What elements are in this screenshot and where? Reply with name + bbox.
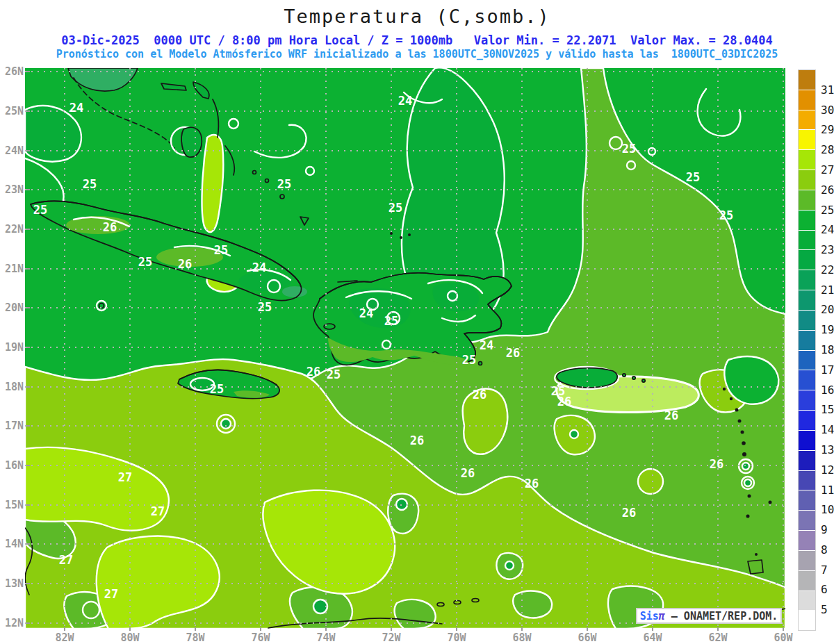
lat-label: 22N [0, 223, 24, 236]
colorbar-label: 8 [821, 543, 834, 556]
contour-label: 26 [306, 366, 320, 378]
contour-label: 25 [33, 204, 47, 216]
contour-label: 27 [104, 588, 118, 600]
contour-label: 24 [252, 262, 266, 274]
lat-label: 26N [0, 65, 24, 78]
colorbar-label: 26 [821, 183, 834, 196]
watermark: Sisπ – ONAMET/REP.DOM. [636, 608, 782, 624]
lat-label: 12N [0, 617, 24, 629]
lon-label: 82W [48, 631, 81, 644]
lat-tick [26, 465, 30, 466]
lat-label: 21N [0, 263, 24, 275]
contour-label: 27 [59, 554, 73, 566]
contour-label: 25 [719, 210, 733, 222]
contour-label: 26 [664, 410, 678, 422]
lon-tick [652, 627, 653, 631]
colorbar-label: 14 [821, 423, 834, 436]
colorbar-label: 29 [821, 123, 834, 136]
colorbar-cell [799, 70, 815, 90]
contour-label: 25 [277, 179, 291, 190]
contour-label: 26 [525, 478, 539, 490]
contour-label: 25 [83, 179, 97, 190]
lat-tick [26, 268, 30, 270]
colorbar-cell [799, 270, 815, 290]
colorbar-label: 22 [821, 263, 834, 276]
colorbar-cell [799, 471, 815, 490]
lat-label: 23N [0, 183, 24, 196]
contour-label: 26 [557, 396, 571, 408]
lon-label: 78W [179, 631, 212, 644]
contour-label: 25 [384, 315, 398, 327]
colorbar-label: 6 [821, 583, 834, 596]
lat-tick [26, 150, 30, 151]
lat-tick [26, 386, 30, 388]
lat-tick [26, 583, 30, 584]
colorbar-cell [799, 490, 815, 510]
lat-tick [26, 504, 30, 506]
watermark-brand: Sis [640, 610, 659, 622]
colorbar-cell [799, 531, 815, 550]
contour-label: 26 [410, 435, 424, 447]
contour-label: 25 [389, 202, 402, 214]
colorbar-label: 16 [821, 383, 834, 396]
lat-label: 14N [0, 538, 24, 550]
contour-label: 25 [622, 143, 636, 155]
colorbar-label: 15 [821, 403, 834, 416]
colorbar-label: 25 [821, 203, 834, 216]
colorbar-label: 30 [821, 103, 834, 116]
colorbar-label: 7 [821, 563, 834, 576]
lon-tick [783, 627, 784, 631]
lon-tick [587, 627, 588, 631]
lat-label: 17N [0, 420, 24, 432]
lon-label: 76W [244, 631, 277, 644]
contour-label: 24 [398, 95, 412, 107]
color-scale-bar [798, 69, 816, 631]
contour-map-svg [25, 68, 785, 629]
lon-tick [521, 627, 523, 631]
contour-label: 24 [480, 340, 493, 352]
lat-label: 13N [0, 577, 24, 590]
lon-label: 70W [440, 631, 473, 644]
colorbar-cell [799, 351, 815, 370]
lat-tick [26, 543, 30, 545]
lon-tick [195, 627, 196, 631]
colorbar-label: 18 [821, 343, 834, 356]
contour-label: 27 [151, 506, 165, 518]
colorbar-cell [799, 170, 815, 190]
colorbar-label: 27 [821, 163, 834, 176]
contour-label: 26 [461, 468, 475, 479]
lon-tick [260, 627, 261, 631]
colorbar-label: 23 [821, 243, 834, 256]
lon-label: 80W [113, 631, 147, 644]
lon-label: 66W [571, 631, 604, 644]
colorbar-cell [799, 331, 815, 350]
lat-tick [26, 425, 30, 427]
lat-tick [26, 307, 30, 308]
lat-tick [26, 622, 30, 624]
colorbar-label: 5 [821, 603, 834, 616]
contour-map: 2424252525262526252425252525252425242526… [25, 68, 785, 629]
lat-label: 25N [0, 105, 24, 117]
lon-tick [391, 627, 392, 631]
colorbar-label: 13 [821, 443, 834, 456]
colorbar-cell [799, 370, 815, 390]
lat-label: 16N [0, 459, 24, 472]
contour-label: 25 [210, 383, 224, 395]
contour-label: 25 [327, 369, 341, 381]
colorbar-label: 24 [821, 223, 834, 236]
colorbar-cell [799, 451, 815, 470]
colorbar-cell [799, 190, 815, 210]
colorbar-cell [799, 390, 815, 410]
lat-tick [26, 347, 30, 348]
lat-label: 20N [0, 302, 24, 314]
colorbar-cell [799, 110, 815, 130]
contour-label: 27 [118, 472, 132, 484]
lon-tick [456, 627, 457, 631]
colorbar-cell [799, 150, 815, 170]
colorbar-cell [799, 611, 815, 630]
contour-label: 26 [103, 222, 117, 233]
lon-label: 64W [636, 631, 669, 644]
contour-label: 24 [70, 102, 83, 114]
colorbar-cell [799, 511, 815, 530]
lon-label: 62W [701, 631, 735, 644]
